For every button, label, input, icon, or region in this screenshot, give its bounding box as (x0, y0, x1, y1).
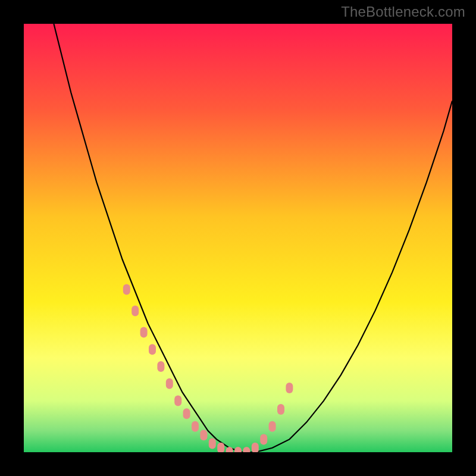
optimal-marker (260, 434, 267, 444)
optimal-marker (131, 305, 139, 316)
optimal-marker (209, 439, 216, 449)
optimal-marker (217, 443, 224, 452)
watermark-text: TheBottleneck.com (341, 4, 465, 20)
optimal-marker (252, 443, 259, 452)
optimal-marker (174, 396, 181, 406)
optimal-marker (157, 361, 164, 372)
optimal-marker (286, 383, 293, 393)
optimal-marker (277, 404, 284, 415)
gradient-background (24, 24, 452, 452)
optimal-marker (269, 421, 276, 432)
chart-frame: TheBottleneck.com (0, 0, 476, 476)
optimal-marker (140, 327, 148, 337)
optimal-marker (192, 421, 199, 432)
chart-svg (24, 24, 452, 452)
optimal-marker (166, 378, 173, 389)
plot-area (24, 24, 452, 452)
optimal-marker (123, 284, 130, 295)
optimal-marker (183, 408, 190, 419)
optimal-marker (149, 344, 156, 355)
optimal-marker (200, 430, 207, 440)
